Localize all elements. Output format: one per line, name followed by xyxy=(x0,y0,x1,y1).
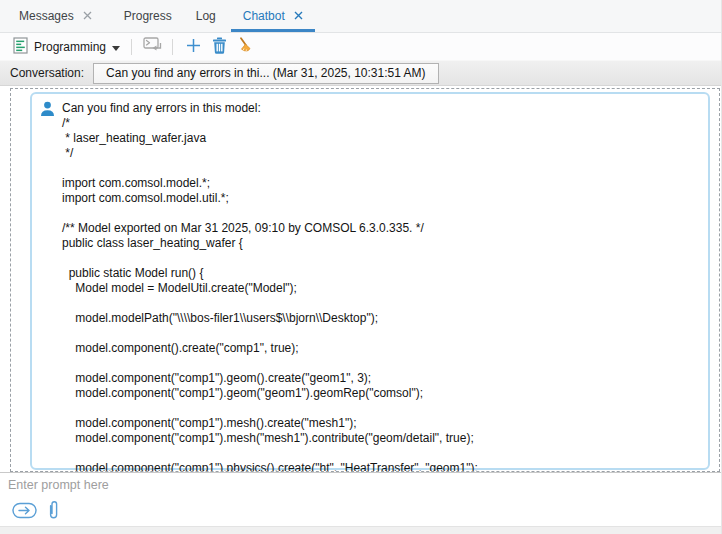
tab-progress-label: Progress xyxy=(124,9,172,23)
prompt-row xyxy=(0,472,721,497)
send-icon xyxy=(12,502,38,522)
close-icon[interactable] xyxy=(294,11,303,20)
panel-footer xyxy=(0,526,721,534)
paperclip-icon xyxy=(47,499,60,524)
prompt-actions xyxy=(0,497,721,526)
conversation-select[interactable]: Can you find any errors in thi... (Mar 3… xyxy=(93,63,439,84)
conversation-selected-option: Can you find any errors in thi... (Mar 3… xyxy=(106,66,426,80)
close-icon[interactable] xyxy=(83,11,92,20)
user-message-bubble: Can you find any errors in this model: /… xyxy=(30,92,710,470)
tab-progress[interactable]: Progress xyxy=(112,2,184,32)
plus-icon xyxy=(186,38,201,56)
clear-conversation-button[interactable] xyxy=(233,36,257,58)
code-document-icon xyxy=(13,37,28,57)
user-icon xyxy=(40,101,55,121)
conversation-label: Conversation: xyxy=(10,66,84,80)
trash-icon xyxy=(212,37,227,57)
send-button[interactable] xyxy=(12,502,38,522)
attach-button[interactable] xyxy=(47,499,60,524)
console-insert-icon xyxy=(143,37,162,56)
delete-conversation-button[interactable] xyxy=(207,36,231,58)
programming-mode-button[interactable]: Programming xyxy=(10,36,123,58)
user-message-text: Can you find any errors in this model: /… xyxy=(62,101,702,472)
chevron-down-icon xyxy=(112,40,120,54)
chatbot-toolbar: Programming xyxy=(0,33,721,60)
tab-chatbot-label: Chatbot xyxy=(243,9,285,23)
conversation-view[interactable]: Can you find any errors in this model: /… xyxy=(10,88,720,472)
tab-messages-label: Messages xyxy=(19,9,74,23)
tab-messages[interactable]: Messages xyxy=(7,2,104,32)
conversation-bar: Conversation: Can you find any errors in… xyxy=(0,60,721,86)
tab-bar: Messages Progress Log Chatbot xyxy=(0,0,721,33)
broom-icon xyxy=(238,37,252,57)
programming-mode-label: Programming xyxy=(34,40,106,54)
insert-into-model-button[interactable] xyxy=(140,36,164,58)
new-conversation-button[interactable] xyxy=(181,36,205,58)
tab-log[interactable]: Log xyxy=(184,2,228,32)
tab-log-label: Log xyxy=(196,9,216,23)
prompt-input[interactable] xyxy=(0,473,721,497)
chatbot-panel: Messages Progress Log Chatbot xyxy=(0,0,722,534)
toolbar-divider xyxy=(172,39,173,55)
toolbar-divider xyxy=(131,39,132,55)
tab-chatbot[interactable]: Chatbot xyxy=(231,2,315,32)
